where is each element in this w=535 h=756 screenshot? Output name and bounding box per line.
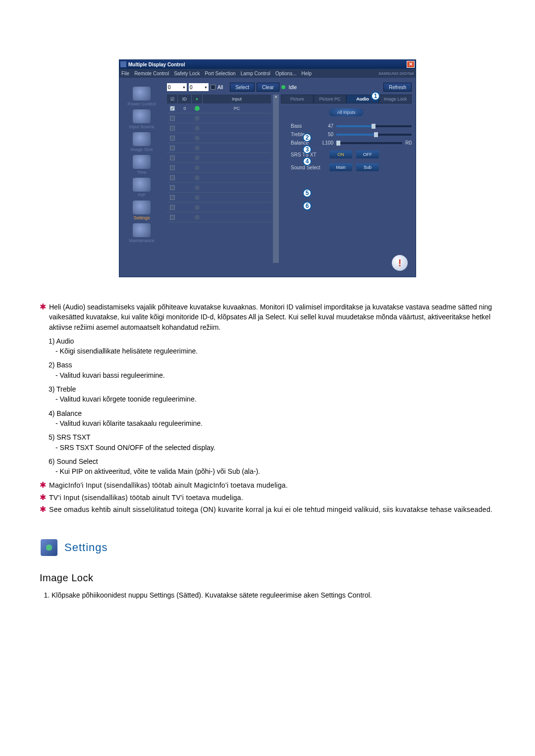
sidebar-item-power[interactable]: Power Control — [124, 87, 159, 106]
numbered-list: 1) Audio- Kõigi sisendiallikate helisäte… — [49, 336, 495, 477]
srs-on-button[interactable]: ON — [329, 151, 352, 158]
maintenance-icon — [133, 223, 151, 237]
all-checkbox[interactable] — [211, 85, 215, 90]
main-button[interactable]: Main — [329, 163, 352, 171]
display-table: ☑ ID ● Input 0PC — [167, 95, 271, 263]
list-item-desc: - Valitud kuvari kõlarite tasakaalu regu… — [55, 418, 495, 428]
menu-lamp[interactable]: Lamp Control — [241, 71, 270, 76]
treble-slider[interactable] — [336, 134, 412, 136]
sidebar-item-pip[interactable]: PIP — [124, 178, 159, 198]
select-button[interactable]: Select — [230, 83, 255, 92]
star-icon: ✱ — [40, 302, 46, 332]
sub-button[interactable]: Sub — [356, 163, 379, 171]
row-checkbox[interactable] — [170, 146, 175, 151]
row-id: 0 — [178, 106, 192, 111]
menubar: File Remote Control Safety Lock Port Sel… — [119, 69, 416, 78]
list-item-desc: - Valitud kuvari kõrgete toonide regulee… — [55, 394, 495, 404]
menu-help[interactable]: Help — [302, 71, 312, 76]
all-label: All — [217, 85, 223, 90]
bass-slider[interactable] — [336, 125, 412, 127]
row-status-dot — [195, 126, 200, 131]
srs-off-button[interactable]: OFF — [356, 151, 379, 158]
menu-safety[interactable]: Safety Lock — [174, 71, 200, 76]
sidebar-item-settings[interactable]: Settings — [124, 201, 159, 220]
row-checkbox[interactable] — [170, 126, 175, 131]
row-checkbox[interactable] — [170, 116, 175, 121]
brand-label: SAMSUNG DIGITall — [378, 71, 414, 76]
idle-label: Idle — [289, 85, 297, 90]
row-checkbox[interactable] — [170, 195, 175, 200]
settings-cube-icon — [41, 539, 57, 556]
table-row[interactable] — [167, 153, 271, 163]
table-row[interactable] — [167, 123, 271, 133]
list-item-title: 4) Balance — [49, 408, 495, 418]
row-status-dot — [195, 175, 200, 180]
table-row[interactable] — [167, 193, 271, 202]
settings-panel: Picture Picture PC Audio Image Lock All … — [281, 95, 412, 263]
sidebar-item-imagesize[interactable]: Image Size — [124, 132, 159, 152]
col-status: ● — [192, 95, 203, 103]
row-input: PC — [203, 106, 271, 111]
list-item-desc: - SRS TSXT Sound ON/OFF of the selected … — [55, 443, 495, 453]
intro-note: ✱ Heli (Audio) seadistamiseks vajalik põ… — [40, 302, 495, 332]
bass-label: Bass — [291, 123, 317, 129]
list-item-title: 5) SRS TSXT — [49, 432, 495, 442]
table-row[interactable] — [167, 133, 271, 143]
callout-3: 3 — [303, 145, 312, 154]
row-status-dot — [195, 215, 200, 220]
table-row[interactable] — [167, 163, 271, 173]
menu-options[interactable]: Options... — [275, 71, 297, 76]
balance-right: R0 — [405, 140, 412, 146]
row-checkbox[interactable] — [170, 215, 175, 220]
row-checkbox[interactable] — [170, 205, 175, 210]
table-row[interactable] — [167, 183, 271, 193]
warning-icon: ! — [392, 255, 408, 271]
row-checkbox[interactable] — [170, 106, 175, 111]
table-row[interactable]: 0PC — [167, 103, 271, 113]
dropdown-2[interactable]: 0 — [189, 83, 209, 91]
row-status-dot — [195, 155, 200, 160]
main-panel: 0 0 All Select Clear Idle Refresh ☑ ID ●… — [164, 78, 416, 277]
sidebar-item-input[interactable]: Input Source — [124, 109, 159, 129]
final-step-list: Klõpsake põhiikoonidest nuppu Settings (… — [52, 590, 495, 600]
dropdown-1[interactable]: 0 — [167, 83, 187, 91]
note-text: See omadus kehtib ainult sisselülitatud … — [49, 504, 492, 514]
list-item-title: 1) Audio — [49, 336, 495, 346]
table-row[interactable] — [167, 202, 271, 212]
final-step-1: Klõpsake põhiikoonidest nuppu Settings (… — [52, 590, 495, 600]
app-icon — [120, 61, 126, 67]
sidebar-item-maintenance[interactable]: Maintenance — [124, 223, 159, 243]
scrollbar[interactable] — [273, 95, 279, 263]
row-status-dot — [195, 165, 200, 170]
tab-imagelock[interactable]: Image Lock — [379, 95, 412, 103]
callout-2: 2 — [303, 133, 312, 142]
table-row[interactable] — [167, 212, 271, 222]
refresh-button[interactable]: Refresh — [383, 83, 412, 92]
menu-port[interactable]: Port Selection — [205, 71, 235, 76]
tab-picturepc[interactable]: Picture PC — [314, 95, 346, 103]
menu-remote[interactable]: Remote Control — [134, 71, 169, 76]
row-status-dot — [195, 146, 200, 151]
row-checkbox[interactable] — [170, 175, 175, 180]
clear-button[interactable]: Clear — [257, 83, 279, 92]
row-checkbox[interactable] — [170, 165, 175, 170]
titlebar: Multiple Display Control ✕ — [119, 60, 416, 69]
callout-6: 6 — [303, 202, 312, 210]
close-icon[interactable]: ✕ — [407, 61, 415, 68]
row-checkbox[interactable] — [170, 136, 175, 141]
star-icon: ✱ — [40, 480, 46, 490]
table-row[interactable] — [167, 143, 271, 153]
callout-1: 1 — [371, 92, 380, 101]
table-row[interactable] — [167, 173, 271, 183]
tab-picture[interactable]: Picture — [281, 95, 314, 103]
menu-file[interactable]: File — [121, 71, 129, 76]
list-item-desc: - Kõigi sisendiallikate helisätete regul… — [55, 346, 495, 356]
sidebar-item-time[interactable]: Time — [124, 155, 159, 175]
table-row[interactable] — [167, 113, 271, 123]
power-icon — [133, 87, 151, 101]
balance-slider[interactable] — [336, 142, 402, 144]
list-item-title: 2) Bass — [49, 360, 495, 370]
row-checkbox[interactable] — [170, 155, 175, 160]
row-checkbox[interactable] — [170, 185, 175, 190]
callout-4: 4 — [303, 157, 312, 166]
